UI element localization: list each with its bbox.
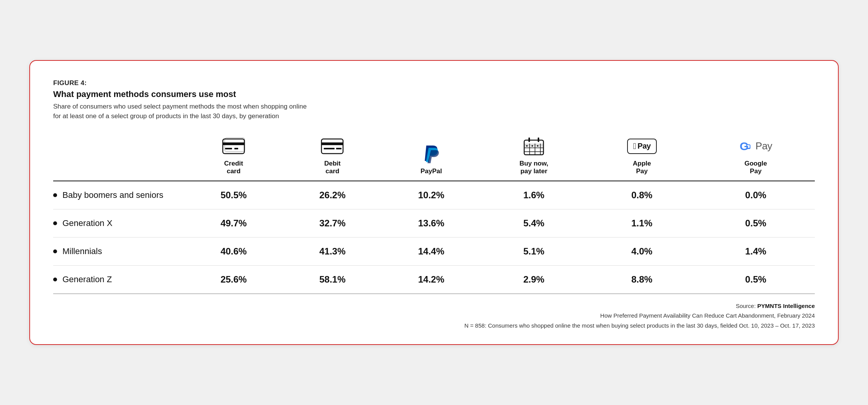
svg-rect-2 [225, 148, 232, 149]
col-label-paypal: PayPal [421, 167, 442, 175]
footer-line3: N = 858: Consumers who shopped online th… [53, 321, 815, 331]
col-header-label [53, 133, 184, 181]
cell-bnpl: 1.6% [481, 181, 587, 209]
row-label: Millennials [53, 237, 184, 265]
credit-card-icon [222, 136, 245, 157]
source-label: Source: [736, 303, 757, 309]
cell-credit_card: 25.6% [184, 265, 283, 294]
cell-bnpl: 5.1% [481, 237, 587, 265]
col-label-credit-card: Creditcard [224, 160, 243, 175]
col-label-debit-card: Debitcard [324, 160, 341, 175]
source-line: Source: PYMNTS Intelligence [53, 301, 815, 311]
svg-point-19 [532, 145, 533, 147]
figure-label: FIGURE 4: [53, 79, 815, 87]
svg-rect-11 [528, 137, 530, 142]
col-header-debit-card: Debitcard [283, 133, 382, 181]
row-label: Generation X [53, 209, 184, 237]
cell-google_pay: 0.0% [696, 181, 815, 209]
cell-paypal: 13.6% [382, 209, 481, 237]
cell-debit_card: 41.3% [283, 237, 382, 265]
svg-point-18 [526, 145, 528, 147]
svg-rect-3 [234, 148, 238, 149]
cell-credit_card: 40.6% [184, 237, 283, 265]
row-label: Generation Z [53, 265, 184, 294]
svg-rect-5 [321, 139, 343, 154]
chart-subtitle: Share of consumers who used select payme… [53, 102, 815, 121]
cell-apple_pay: 8.8% [587, 265, 696, 294]
svg-rect-6 [321, 142, 343, 145]
cell-google_pay: 1.4% [696, 237, 815, 265]
cell-paypal: 14.2% [382, 265, 481, 294]
svg-rect-7 [324, 148, 335, 149]
cell-debit_card: 32.7% [283, 209, 382, 237]
cell-apple_pay: 4.0% [587, 237, 696, 265]
svg-rect-12 [538, 137, 539, 142]
cell-paypal: 14.4% [382, 237, 481, 265]
footer-section: Source: PYMNTS Intelligence How Preferre… [53, 301, 815, 331]
cell-google_pay: 0.5% [696, 265, 815, 294]
cell-bnpl: 5.4% [481, 209, 587, 237]
cell-debit_card: 58.1% [283, 265, 382, 294]
figure-card: FIGURE 4: What payment methods consumers… [29, 60, 839, 345]
cell-google_pay: 0.5% [696, 209, 815, 237]
data-table: Creditcard Debitcard [53, 133, 815, 294]
paypal-icon [423, 144, 439, 164]
cell-bnpl: 2.9% [481, 265, 587, 294]
col-label-bnpl: Buy now,pay later [520, 160, 548, 175]
cell-credit_card: 50.5% [184, 181, 283, 209]
row-label: Baby boomers and seniors [53, 181, 184, 209]
svg-rect-8 [336, 148, 341, 149]
cell-apple_pay: 1.1% [587, 209, 696, 237]
svg-point-20 [537, 145, 538, 147]
cell-paypal: 10.2% [382, 181, 481, 209]
col-header-paypal: PayPal [382, 133, 481, 181]
col-label-google-pay: GooglePay [744, 160, 767, 175]
apple-logo:  [633, 141, 636, 151]
bnpl-icon [523, 136, 545, 157]
cell-debit_card: 26.2% [283, 181, 382, 209]
col-header-bnpl: Buy now,pay later [481, 133, 587, 181]
svg-text:G: G [740, 140, 749, 152]
svg-rect-1 [223, 142, 244, 145]
footer-line2: How Preferred Payment Availability Can R… [53, 311, 815, 321]
cell-apple_pay: 0.8% [587, 181, 696, 209]
cell-credit_card: 49.7% [184, 209, 283, 237]
col-label-apple-pay: ApplePay [633, 160, 651, 175]
chart-title: What payment methods consumers use most [53, 89, 815, 99]
debit-card-icon [321, 136, 344, 157]
google-pay-icon: G Pay [739, 136, 772, 157]
col-header-google-pay: G Pay GooglePay [696, 133, 815, 181]
apple-pay-icon:  Pay [627, 136, 657, 157]
col-header-apple-pay:  Pay ApplePay [587, 133, 696, 181]
col-header-credit-card: Creditcard [184, 133, 283, 181]
